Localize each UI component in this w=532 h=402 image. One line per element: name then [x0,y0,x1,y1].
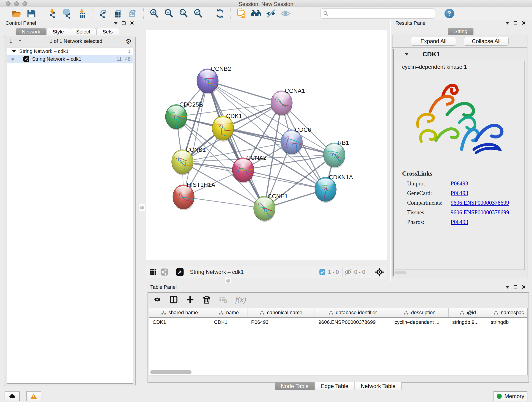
crosslink-link[interactable]: P06493 [451,219,468,225]
column-header-namespac[interactable]: namespac [487,308,528,317]
tab-network[interactable]: Network [16,28,46,35]
column-header-database-identifier[interactable]: database identifier [315,308,391,317]
first-neighbors-button[interactable] [249,8,264,19]
apply-layout-button[interactable] [213,8,227,19]
search-input[interactable] [331,10,432,17]
table-panel-title: Table Panel [150,284,177,290]
show-all-button[interactable] [278,8,293,19]
cloud-button[interactable] [5,391,20,401]
collapse-all-networks-icon[interactable]: ⭳ [8,38,14,45]
tab-node-table[interactable]: Node Table [275,382,315,390]
import-table-button[interactable] [75,8,89,19]
node-label-HIST1H1A: HIST1H1A [187,181,215,188]
detach-view-icon[interactable] [176,268,184,276]
right-splitter[interactable] [390,20,391,281]
bottom-splitter-handle[interactable] [225,278,231,283]
close-panel-icon[interactable]: ✕ [130,21,134,25]
tab-edge-table[interactable]: Edge Table [315,382,355,390]
duplicate-network-button[interactable] [234,8,249,19]
save-session-button[interactable] [24,8,38,19]
hidden-eye-icon [344,268,352,276]
open-session-button[interactable] [9,8,24,19]
import-network-database-button[interactable] [60,8,75,19]
expand-all-button[interactable]: Expand All [411,37,456,46]
export-network-button[interactable] [96,8,111,19]
tab-select[interactable]: Select [70,28,96,35]
node-CDK1[interactable] [212,116,238,142]
crosslink-link[interactable]: 9606.ENSP00000378699 [451,209,509,216]
zoom-out-button[interactable] [162,8,177,19]
network-overview-icon[interactable] [160,268,168,276]
results-float-icon[interactable] [514,21,517,25]
create-column-icon[interactable] [186,295,195,304]
results-menu-icon[interactable] [505,22,510,25]
results-hscrollbar[interactable] [394,271,406,274]
node-CCNE1[interactable] [254,196,275,222]
toolbar-separator [93,8,93,19]
collapse-all-button[interactable]: Collapse All [464,37,509,46]
network-options-gear-icon[interactable]: ⚙ [126,37,132,45]
left-splitter-handle[interactable] [138,204,145,211]
selected-checkbox-icon[interactable] [319,269,326,275]
delete-table-icon [219,295,228,304]
node-CCNB2[interactable] [197,69,218,95]
memory-button[interactable]: Memory [494,391,527,401]
table-menu-icon[interactable] [505,286,510,288]
edge-CCNB2-CCNE1 [208,81,264,208]
warning-button[interactable] [26,391,41,401]
function-builder-icon: f(x) [235,295,246,304]
panel-menu-icon[interactable] [114,22,118,25]
column-header-canonical-name[interactable]: canonical name [247,308,315,317]
table-row[interactable]: CDK1CDK1P064939606.ENSP00000378699cyclin… [149,318,527,327]
zoom-selected-button[interactable] [191,8,206,19]
node-label-CCNB1: CCNB1 [186,146,206,153]
column-header-shared-name[interactable]: shared name [149,308,210,317]
title-bar: Session: New Session [0,0,532,7]
results-close-icon[interactable]: ✕ [521,21,526,25]
node-CCNA2[interactable] [232,158,256,183]
crosslink-link[interactable]: 9606.ENSP00000378699 [451,200,509,206]
table-options-gear-icon[interactable] [153,295,162,304]
network-collection-row[interactable]: String Network – cdk1 1 [7,47,133,55]
tab-sets[interactable]: Sets [96,28,119,35]
export-table-button[interactable] [111,8,126,19]
birds-eye-view-icon[interactable] [149,268,157,276]
node-label-CCNA1: CCNA1 [285,87,305,94]
node-CDKN1A[interactable] [315,177,337,203]
zoom-fit-button[interactable] [177,8,191,19]
network-canvas[interactable]: CCNB2CCNA1CDC25BCDK1CDC6RB1CCNB1CCNA2CDK… [146,30,387,260]
table-cell: 9606.ENSP00000378699 [315,318,391,327]
table-hscrollbar[interactable] [150,370,191,374]
network-status-dot [12,58,14,61]
expand-all-networks-icon[interactable]: ⭱ [17,38,23,45]
collection-expand-icon[interactable] [12,50,16,53]
column-header-description[interactable]: description [391,308,449,317]
node-CCNA1[interactable] [271,91,293,116]
network-row[interactable]: String Network – cdk1 11 48 [7,55,133,63]
node-RB1[interactable] [323,143,345,168]
zoom-in-button[interactable] [147,8,162,19]
crosslink-link[interactable]: P06493 [451,190,468,196]
node-HIST1H1A[interactable] [173,185,194,211]
crosslink-link[interactable]: P06493 [451,180,468,187]
table-close-icon[interactable]: ✕ [521,285,526,289]
table-float-icon[interactable] [514,285,517,289]
fit-content-crosshair-icon[interactable] [375,268,384,276]
gene-collapse-icon[interactable] [405,53,409,56]
show-columns-icon[interactable] [169,295,178,304]
export-image-button[interactable] [126,8,140,19]
crosslink-row: Uniprot:P06493 [402,180,525,187]
help-button[interactable]: ? [444,9,454,18]
column-header-name[interactable]: name [210,308,247,317]
tab-string[interactable]: String [448,28,473,35]
import-network-button[interactable] [45,8,60,19]
float-panel-icon[interactable] [122,21,126,25]
node-table: shared namenamecanonical namedatabase id… [149,308,528,375]
crosslink-row: GeneCard:P06493 [402,190,525,196]
column-header--id[interactable]: @id [449,308,487,317]
node-CDC25B[interactable] [165,104,187,130]
tab-style[interactable]: Style [46,28,70,35]
hide-selected-button[interactable] [264,8,278,19]
tab-network-table[interactable]: Network Table [355,382,402,390]
delete-column-icon[interactable] [202,295,211,304]
